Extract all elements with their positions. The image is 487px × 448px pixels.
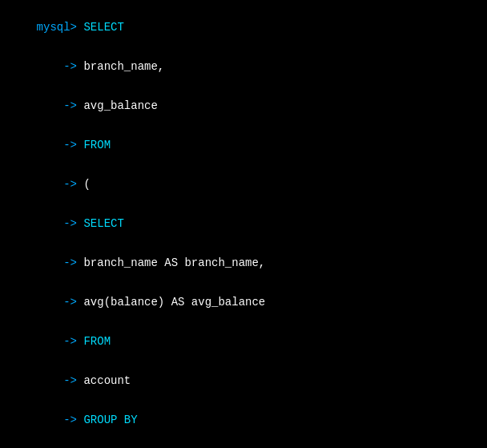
query-line-9: -> FROM	[10, 322, 477, 361]
arrow-2: ->	[37, 60, 84, 73]
arrow-9: ->	[37, 335, 84, 348]
query-line-4: -> FROM	[10, 126, 477, 164]
query-line-3: -> avg_balance	[10, 87, 477, 125]
keyword-from-1: FROM	[83, 139, 111, 151]
keyword-groupby: GROUP BY	[83, 414, 137, 426]
text-10: account	[83, 374, 131, 387]
text-8: avg(balance) AS avg_balance	[83, 296, 265, 309]
query-line-7: -> branch_name AS branch_name,	[10, 244, 477, 282]
text-5: (	[83, 178, 90, 191]
query-line-12: -> branch_name	[10, 440, 477, 448]
terminal-window: mysql> SELECT -> branch_name, -> avg_bal…	[0, 0, 487, 448]
arrow-10: ->	[37, 374, 84, 387]
arrow-4: ->	[37, 139, 84, 151]
query-line-5: -> (	[10, 165, 477, 204]
arrow-6: ->	[37, 217, 84, 230]
query-line-6: -> SELECT	[10, 204, 477, 243]
arrow-7: ->	[37, 256, 84, 269]
query-line-2: -> branch_name,	[10, 47, 477, 86]
prompt-1: mysql>	[37, 21, 84, 34]
arrow-3: ->	[37, 99, 84, 112]
query-line-10: -> account	[10, 361, 477, 400]
text-7: branch_name AS branch_name,	[83, 256, 265, 269]
text-2: branch_name,	[83, 60, 164, 73]
arrow-5: ->	[37, 178, 84, 191]
keyword-select-2: SELECT	[83, 217, 123, 230]
query-line-8: -> avg(balance) AS avg_balance	[10, 283, 477, 321]
keyword-from-2: FROM	[83, 335, 111, 348]
text-3: avg_balance	[83, 99, 157, 112]
keyword-select-1: SELECT	[83, 21, 123, 34]
arrow-8: ->	[37, 296, 84, 309]
arrow-11: ->	[37, 414, 84, 426]
query-line-11: -> GROUP BY	[10, 401, 477, 439]
query-line-1: mysql> SELECT	[10, 8, 477, 46]
